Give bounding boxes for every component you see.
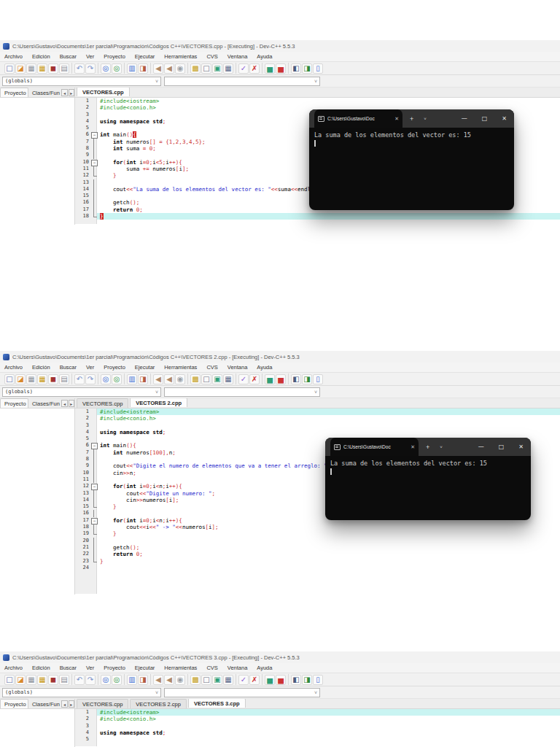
menu-item-edición[interactable]: Edición	[32, 665, 50, 671]
redo-icon[interactable]: ↷	[85, 63, 96, 74]
close-file-icon[interactable]: ◼	[48, 63, 58, 74]
compile-run-icon[interactable]: ▣	[212, 63, 222, 74]
close-button[interactable]: ✕	[502, 115, 507, 122]
fold-collapse-icon[interactable]	[90, 517, 97, 524]
terminal-window-2[interactable]: C:\Users\Gustavo\Doc ✕ + ˅ — □ ✕ La suma…	[325, 438, 531, 520]
new-file-icon[interactable]: □	[4, 374, 15, 384]
menu-item-herramientas[interactable]: Herramientas	[164, 364, 197, 371]
fold-collapse-icon[interactable]	[90, 131, 97, 138]
editor-tab-vectores-cpp[interactable]: VECTORES.cpp	[77, 398, 128, 408]
new-file-icon[interactable]: □	[4, 63, 15, 74]
close-all-icon[interactable]: ◨	[138, 675, 148, 685]
compile-icon[interactable]: ▩	[190, 63, 201, 74]
undo-icon[interactable]: ↶	[74, 675, 85, 685]
terminal-window-1[interactable]: C:\Users\Gustavo\Doc ✕ + ˅ — □ ✕ La suma…	[309, 109, 514, 210]
tab-close-icon[interactable]: ✕	[411, 444, 415, 450]
profile-icon[interactable]: ▅	[265, 63, 275, 74]
stop-execution-icon[interactable]: ✗	[249, 63, 260, 74]
run-icon[interactable]: □	[201, 374, 211, 384]
maximize-button[interactable]: □	[499, 444, 505, 450]
goto-bookmark-icon[interactable]: ◨	[302, 675, 312, 685]
insert-icon[interactable]: ◧	[291, 675, 301, 685]
menu-item-cvs[interactable]: CVS	[206, 53, 217, 60]
abort-icon[interactable]: ◉	[175, 374, 185, 384]
replace-icon[interactable]: ◎	[112, 374, 122, 384]
code-line[interactable]: 3	[75, 723, 560, 729]
editor-tab-vectores-2-cpp[interactable]: VECTORES 2.cpp	[130, 699, 187, 708]
left-panel-tab-proyecto[interactable]: Proyecto	[0, 398, 28, 408]
redo-icon[interactable]: ↷	[85, 374, 96, 384]
menu-item-ejecutar[interactable]: Ejecutar	[135, 364, 155, 371]
menu-item-cvs[interactable]: CVS	[206, 364, 217, 371]
globals-combobox[interactable]: (globals) ˅	[2, 688, 161, 697]
code-line[interactable]: 21 getch();	[75, 544, 560, 551]
syntax-check-icon[interactable]: ✓	[238, 63, 249, 74]
tab-dropdown-icon[interactable]: ˅	[440, 445, 443, 449]
maximize-button[interactable]: □	[482, 115, 488, 122]
tab-scroll-left-icon[interactable]: ◂	[61, 400, 67, 407]
code-line[interactable]: 22 return 0;	[75, 551, 560, 557]
globals-combobox[interactable]: (globals) ˅	[2, 77, 161, 86]
menu-item-ayuda[interactable]: Ayuda	[257, 364, 272, 371]
save-all-icon[interactable]: ▦	[37, 374, 47, 384]
code-line[interactable]: 4using namespace std;	[75, 729, 560, 736]
forward-icon[interactable]: ◀	[164, 675, 174, 685]
menu-item-proyecto[interactable]: Proyecto	[104, 53, 125, 60]
toggle-bookmark-icon[interactable]: ▯	[313, 675, 323, 685]
tab-close-icon[interactable]: ✕	[394, 116, 399, 122]
compile-icon[interactable]: ▩	[190, 675, 201, 685]
compile-run-icon[interactable]: ▣	[212, 675, 222, 685]
menu-item-ventana[interactable]: Ventana	[228, 665, 248, 671]
abort-icon[interactable]: ◉	[175, 63, 185, 74]
left-panel-tab-proyecto[interactable]: Proyecto	[0, 699, 28, 708]
open-file-icon[interactable]: ◪	[15, 63, 26, 74]
code-line[interactable]: 5	[75, 736, 560, 743]
compile-run-icon[interactable]: ▣	[212, 374, 222, 384]
syntax-check-icon[interactable]: ✓	[238, 374, 249, 384]
left-panel-tab-clases-fun[interactable]: Clases/Fun	[28, 399, 61, 408]
print-icon[interactable]: ▤	[59, 374, 69, 384]
editor-tab-vectores-2-cpp[interactable]: VECTORES 2.cpp	[130, 398, 187, 407]
forward-icon[interactable]: ◀	[164, 374, 174, 384]
new-file-icon[interactable]: □	[4, 675, 15, 685]
tab-scroll-left-icon[interactable]: ◂	[61, 89, 67, 96]
find-icon[interactable]: ◎	[101, 374, 111, 384]
menu-item-ver[interactable]: Ver	[86, 53, 94, 60]
close-button[interactable]: ✕	[518, 444, 524, 450]
left-panel-tab-clases-fun[interactable]: Clases/Fun	[28, 700, 61, 708]
menu-item-buscar[interactable]: Buscar	[60, 665, 77, 671]
syntax-check-icon[interactable]: ✓	[238, 675, 249, 685]
forward-icon[interactable]: ◀	[164, 63, 174, 74]
profile-icon[interactable]: ▅	[265, 374, 275, 384]
code-line[interactable]: 1#include<iostream>	[75, 409, 560, 415]
undo-icon[interactable]: ↶	[74, 63, 85, 74]
tab-scroll-right-icon[interactable]: ▸	[69, 89, 74, 96]
code-line[interactable]: 1#include<iostream>	[75, 98, 560, 104]
run-icon[interactable]: □	[201, 675, 211, 685]
tab-scroll-right-icon[interactable]: ▸	[69, 400, 74, 407]
new-tab-button[interactable]: +	[426, 444, 429, 451]
code-line[interactable]: 4using namespace std;	[75, 429, 560, 436]
members-combobox[interactable]: ˅	[164, 688, 320, 697]
members-combobox[interactable]: ˅	[164, 387, 320, 397]
insert-icon[interactable]: ◧	[291, 63, 301, 74]
rebuild-icon[interactable]: ▦	[223, 675, 233, 685]
goto-bookmark-icon[interactable]: ◨	[302, 374, 312, 384]
menu-item-ayuda[interactable]: Ayuda	[257, 665, 272, 671]
abort-icon[interactable]: ◉	[175, 675, 185, 685]
insert-icon[interactable]: ◧	[291, 374, 301, 384]
print-icon[interactable]: ▤	[59, 675, 69, 685]
replace-icon[interactable]: ◎	[112, 675, 122, 685]
open-file-icon[interactable]: ◪	[15, 374, 26, 384]
find-icon[interactable]: ◎	[101, 63, 111, 74]
code-line[interactable]: 1#include<iostream>	[75, 709, 560, 716]
code-line[interactable]: 3	[75, 422, 560, 429]
close-file-icon[interactable]: ◼	[48, 675, 58, 685]
globals-combobox[interactable]: (globals) ˅	[2, 387, 161, 397]
toggle-bookmark-icon[interactable]: ▯	[313, 63, 323, 74]
replace-icon[interactable]: ◎	[112, 63, 122, 74]
goto-function-icon[interactable]: ▥	[127, 374, 137, 384]
code-area[interactable]: 1#include<iostream>2#include<conio.h>34u…	[75, 709, 560, 746]
undo-icon[interactable]: ↶	[74, 374, 85, 384]
menu-item-proyecto[interactable]: Proyecto	[104, 665, 125, 671]
